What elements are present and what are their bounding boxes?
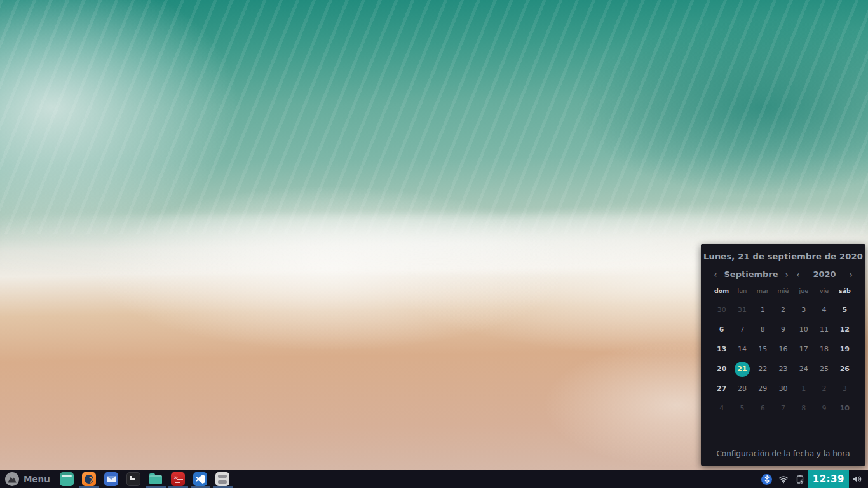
launcher-area [56, 470, 234, 488]
calendar-day-12[interactable]: 12 [834, 320, 855, 339]
calendar-day-5[interactable]: 5 [834, 300, 855, 320]
calendar-day-8-othermonth[interactable]: 8 [794, 398, 814, 418]
launcher-mail[interactable] [100, 470, 123, 488]
month-navigation: ‹ Septiembre › [711, 269, 791, 279]
calendar-day-9-othermonth[interactable]: 9 [814, 398, 834, 418]
calendar-day-11[interactable]: 11 [814, 320, 834, 339]
bluetooth-icon[interactable] [759, 470, 775, 488]
year-navigation: ‹ 2020 › [794, 269, 855, 279]
wifi-icon[interactable] [775, 470, 792, 488]
day-name-dom: dom [712, 287, 732, 294]
month-label: Septiembre [724, 269, 778, 279]
system-tray: 12:39 [759, 470, 868, 488]
taskbar: Menu 12:39 [0, 470, 868, 488]
volume-icon[interactable] [849, 470, 865, 488]
calendar-day-15[interactable]: 15 [752, 339, 773, 359]
calendar-day-28[interactable]: 28 [732, 379, 752, 398]
day-name-jue: jue [794, 287, 814, 294]
calendar-day-9[interactable]: 9 [773, 320, 793, 339]
launcher-system-grey[interactable] [212, 470, 234, 488]
files-icon [149, 472, 163, 486]
mail-icon [104, 472, 118, 486]
calendar-day-23[interactable]: 23 [773, 359, 793, 379]
calendar-grid: 3031123456789101112131415161718192021222… [712, 300, 855, 418]
day-name-lun: lun [732, 287, 752, 294]
calendar-day-14[interactable]: 14 [732, 339, 752, 359]
day-name-mar: mar [752, 287, 773, 294]
launcher-terminal-red[interactable] [167, 470, 189, 488]
calendar-day-8[interactable]: 8 [752, 320, 773, 339]
calendar-day-19[interactable]: 19 [834, 339, 855, 359]
calendar-day-18[interactable]: 18 [814, 339, 834, 359]
launcher-terminal-dark[interactable] [123, 470, 145, 488]
calendar-day-17[interactable]: 17 [794, 339, 814, 359]
firefox-icon [82, 472, 96, 486]
terminal-red-icon [171, 472, 185, 486]
selected-day-bubble: 21 [735, 362, 750, 377]
calendar-day-2-othermonth[interactable]: 2 [814, 379, 834, 398]
calendar-day-27[interactable]: 27 [712, 379, 732, 398]
calendar-day-2[interactable]: 2 [773, 300, 793, 320]
calendar-day-1-othermonth[interactable]: 1 [794, 379, 814, 398]
calendar-day-16[interactable]: 16 [773, 339, 793, 359]
calendar-day-7[interactable]: 7 [732, 320, 752, 339]
terminal-dark-icon [126, 472, 140, 486]
calendar-day-10-othermonth[interactable]: 10 [834, 398, 855, 418]
calendar-day-22[interactable]: 22 [752, 359, 773, 379]
calendar-date-header: Lunes, 21 de septiembre de 2020 [701, 252, 865, 261]
calendar-day-13[interactable]: 13 [712, 339, 732, 359]
battery-icon[interactable] [792, 470, 808, 488]
calendar-day-6-othermonth[interactable]: 6 [752, 398, 773, 418]
day-name-sáb: sáb [834, 287, 855, 294]
calendar-day-names: domlunmarmiéjueviesáb [712, 287, 855, 294]
calendar-day-26[interactable]: 26 [834, 359, 855, 379]
launcher-vscode[interactable] [189, 470, 212, 488]
show-desktop-icon [60, 472, 74, 486]
mint-logo-icon [5, 472, 19, 486]
calendar-popup: Lunes, 21 de septiembre de 2020 ‹ Septie… [701, 244, 865, 466]
prev-year-button[interactable]: ‹ [794, 270, 803, 279]
calendar-navigation: ‹ Septiembre › ‹ 2020 › [701, 269, 865, 279]
calendar-day-29[interactable]: 29 [752, 379, 773, 398]
calendar-day-20[interactable]: 20 [712, 359, 732, 379]
year-label: 2020 [813, 269, 836, 279]
calendar-day-10[interactable]: 10 [794, 320, 814, 339]
datetime-settings-link[interactable]: Configuración de la fecha y la hora [701, 449, 865, 458]
calendar-day-31-othermonth[interactable]: 31 [732, 300, 752, 320]
launcher-firefox[interactable] [78, 470, 100, 488]
calendar-day-25[interactable]: 25 [814, 359, 834, 379]
calendar-day-21[interactable]: 21 [732, 359, 752, 379]
day-name-mié: mié [773, 287, 793, 294]
menu-label: Menu [24, 474, 50, 484]
launcher-show-desktop[interactable] [56, 470, 78, 488]
calendar-day-1[interactable]: 1 [752, 300, 773, 320]
calendar-day-4-othermonth[interactable]: 4 [712, 398, 732, 418]
calendar-day-6[interactable]: 6 [712, 320, 732, 339]
menu-button[interactable]: Menu [0, 470, 56, 488]
bluetooth-badge [761, 474, 772, 485]
wallpaper-foam-streaks [0, 0, 868, 234]
calendar-day-4[interactable]: 4 [814, 300, 834, 320]
calendar-day-5-othermonth[interactable]: 5 [732, 398, 752, 418]
prev-month-button[interactable]: ‹ [711, 270, 720, 279]
calendar-day-30-othermonth[interactable]: 30 [712, 300, 732, 320]
next-year-button[interactable]: › [846, 270, 855, 279]
system-grey-icon [215, 472, 229, 486]
taskbar-clock[interactable]: 12:39 [808, 470, 849, 488]
vscode-icon [193, 472, 207, 486]
day-name-vie: vie [814, 287, 834, 294]
calendar-day-30[interactable]: 30 [773, 379, 793, 398]
calendar-day-3[interactable]: 3 [794, 300, 814, 320]
calendar-day-3-othermonth[interactable]: 3 [834, 379, 855, 398]
calendar-day-7-othermonth[interactable]: 7 [773, 398, 793, 418]
calendar-day-24[interactable]: 24 [794, 359, 814, 379]
next-month-button[interactable]: › [782, 270, 791, 279]
launcher-files[interactable] [145, 470, 167, 488]
